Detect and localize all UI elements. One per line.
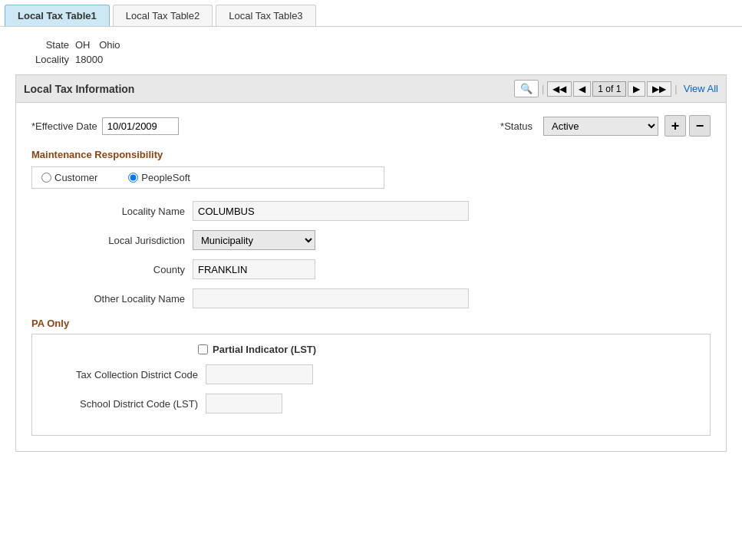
effective-date-right: *Status Active Inactive + − <box>500 115 711 137</box>
locality-label: Locality <box>15 54 69 65</box>
tax-collection-input[interactable] <box>206 364 313 384</box>
remove-button[interactable]: − <box>689 115 711 137</box>
local-jurisdiction-row: Local Jurisdiction Municipality County S… <box>31 230 711 250</box>
next-page-btn[interactable]: ▶ <box>628 81 645 97</box>
maintenance-radio-group: Customer PeopleSoft <box>31 166 384 189</box>
pa-only-label: PA Only <box>31 318 711 329</box>
search-button[interactable]: 🔍 <box>514 80 539 97</box>
locality-row: Locality 18000 <box>15 54 727 65</box>
other-locality-row: Other Locality Name <box>31 288 711 308</box>
county-input[interactable] <box>193 259 315 279</box>
locality-name-input[interactable] <box>193 201 469 221</box>
state-row: State OH Ohio <box>15 39 727 51</box>
tax-collection-row: Tax Collection District Code <box>45 364 697 384</box>
state-code-value: OH Ohio <box>75 39 120 51</box>
form-area: *Effective Date *Status Active Inactive … <box>15 103 727 452</box>
customer-radio-label: Customer <box>54 172 97 183</box>
pagination-controls: 🔍 | ◀◀ ◀ 1 of 1 ▶ ▶▶ | View All <box>514 80 718 97</box>
other-locality-input[interactable] <box>193 288 469 308</box>
section-title: Local Tax Information <box>24 83 134 95</box>
partial-indicator-label: Partial Indicator (LST) <box>213 344 316 355</box>
maintenance-responsibility-label: Maintenance Responsibility <box>31 149 711 160</box>
status-label: *Status <box>500 120 533 132</box>
add-button[interactable]: + <box>665 115 686 137</box>
tax-collection-label: Tax Collection District Code <box>45 369 198 380</box>
current-page[interactable]: 1 of 1 <box>592 81 626 97</box>
main-content: State OH Ohio Locality 18000 Local Tax I… <box>0 27 742 464</box>
state-locality-info: State OH Ohio Locality 18000 <box>15 39 727 65</box>
add-remove-buttons: + − <box>665 115 711 137</box>
partial-indicator-row: Partial Indicator (LST) <box>198 344 697 355</box>
state-name: Ohio <box>99 39 120 51</box>
divider2: | <box>674 83 677 94</box>
status-select[interactable]: Active Inactive <box>543 117 658 136</box>
pa-only-section: Partial Indicator (LST) Tax Collection D… <box>31 334 711 436</box>
prev-page-btn[interactable]: ◀ <box>573 81 591 97</box>
locality-name-label: Locality Name <box>31 206 185 217</box>
effective-date-row: *Effective Date *Status Active Inactive … <box>31 115 711 137</box>
peoplesoft-radio[interactable] <box>128 173 138 183</box>
effective-date-label: *Effective Date <box>31 120 97 132</box>
state-label: State <box>15 39 69 51</box>
last-page-btn[interactable]: ▶▶ <box>647 81 671 97</box>
partial-indicator-checkbox[interactable] <box>198 344 208 354</box>
school-district-input[interactable] <box>206 394 282 413</box>
county-label: County <box>31 264 185 275</box>
tab-local-tax-table3[interactable]: Local Tax Table3 <box>216 5 315 26</box>
effective-date-left: *Effective Date <box>31 117 179 135</box>
effective-date-input[interactable] <box>102 117 179 135</box>
local-jurisdiction-select[interactable]: Municipality County School District <box>193 230 315 250</box>
county-row: County <box>31 259 711 279</box>
tab-local-tax-table2[interactable]: Local Tax Table2 <box>113 5 213 26</box>
state-code: OH <box>75 39 91 51</box>
locality-value: 18000 <box>75 54 103 65</box>
other-locality-label: Other Locality Name <box>31 293 185 305</box>
peoplesoft-radio-label: PeopleSoft <box>141 172 190 183</box>
local-jurisdiction-label: Local Jurisdiction <box>31 235 185 246</box>
tab-bar: Local Tax Table1 Local Tax Table2 Local … <box>0 0 742 27</box>
tab-local-tax-table1[interactable]: Local Tax Table1 <box>5 5 110 26</box>
customer-radio[interactable] <box>41 173 51 183</box>
peoplesoft-radio-option[interactable]: PeopleSoft <box>128 172 190 183</box>
school-district-label: School District Code (LST) <box>45 398 198 410</box>
divider1: | <box>542 83 544 94</box>
customer-radio-option[interactable]: Customer <box>41 172 97 183</box>
section-header: Local Tax Information 🔍 | ◀◀ ◀ 1 of 1 ▶ … <box>15 74 727 103</box>
locality-name-row: Locality Name <box>31 201 711 221</box>
school-district-row: School District Code (LST) <box>45 394 697 413</box>
first-page-btn[interactable]: ◀◀ <box>547 81 572 97</box>
view-all-link[interactable]: View All <box>684 83 718 94</box>
